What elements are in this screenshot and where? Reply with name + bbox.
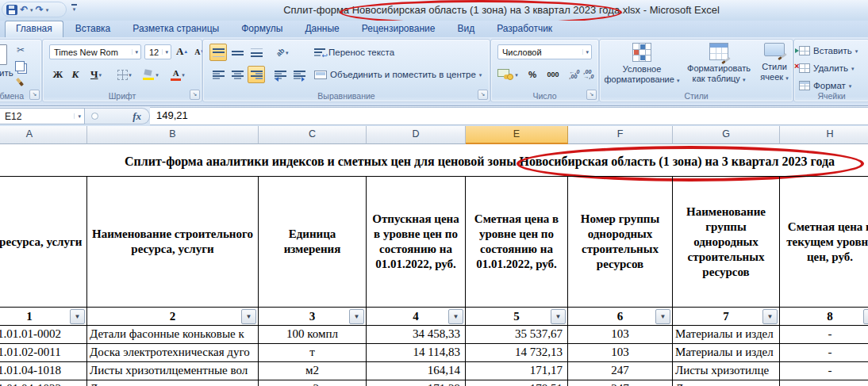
- column-header-h[interactable]: H: [780, 126, 868, 144]
- format-painter-icon[interactable]: [16, 78, 24, 86]
- filter-cell-6[interactable]: 6▼: [568, 308, 673, 326]
- cell-code[interactable]: 1.01.04-1022: [0, 380, 87, 386]
- autofilter-button[interactable]: ▼: [241, 309, 256, 324]
- cell-release-price[interactable]: 34 458,33: [367, 326, 466, 344]
- cell-group-number[interactable]: 103: [568, 344, 673, 362]
- cell-code[interactable]: 1.01.04-1018: [0, 362, 87, 380]
- comma-style-button[interactable]: 000: [542, 66, 564, 83]
- filter-cell-3[interactable]: 3▼: [259, 308, 367, 326]
- alignment-dialog-launcher[interactable]: ↘: [478, 90, 488, 100]
- increase-decimal-button[interactable]: ←,0,00: [567, 66, 582, 83]
- header-cell-unit[interactable]: Единица измерения: [259, 176, 367, 308]
- cell-name[interactable]: Доска электротехническая дуго: [87, 344, 259, 362]
- cell-current-price[interactable]: -: [780, 362, 868, 380]
- borders-button[interactable]: ▾: [113, 66, 136, 83]
- cell-unit[interactable]: м2: [259, 380, 367, 386]
- tab-vid[interactable]: Вид: [447, 21, 485, 37]
- align-left-button[interactable]: [209, 66, 227, 83]
- align-bottom-button[interactable]: [248, 44, 265, 61]
- paste-icon[interactable]: [0, 44, 7, 65]
- name-box[interactable]: E12 ▾: [0, 108, 85, 124]
- cell-current-price[interactable]: -: [780, 344, 868, 362]
- tab-razrabotchik[interactable]: Разработчик: [486, 21, 563, 37]
- tab-dannye[interactable]: Данные: [294, 21, 349, 37]
- column-header-c[interactable]: C: [259, 126, 367, 144]
- decrease-decimal-button[interactable]: ,00→,0: [582, 66, 596, 83]
- merge-center-button[interactable]: Объединить и поместить в центре▾: [313, 67, 483, 82]
- header-cell-release-price[interactable]: Отпускная цена в уровне цен по состоянию…: [367, 176, 466, 308]
- percent-style-button[interactable]: %: [524, 66, 540, 83]
- tab-glavnaya[interactable]: Главная: [5, 21, 63, 37]
- cell-release-price[interactable]: 171,29: [367, 380, 466, 386]
- name-box-dropdown-icon[interactable]: ▾: [74, 113, 84, 119]
- filter-cell-2[interactable]: 2▼: [87, 308, 259, 326]
- cell-code[interactable]: 1.01.02-0011: [0, 344, 87, 362]
- autofilter-button[interactable]: ▼: [551, 309, 566, 324]
- cell-estimate-price[interactable]: 35 537,67: [466, 326, 568, 344]
- align-center-button[interactable]: [229, 66, 246, 83]
- conditional-formatting-button[interactable]: Условное форматирование ▾: [603, 43, 681, 92]
- cell-unit[interactable]: м2: [259, 362, 367, 380]
- fill-color-button[interactable]: ▾: [138, 66, 163, 83]
- filter-cell-8[interactable]: 8▼: [780, 308, 868, 326]
- cell-estimate-price[interactable]: 171,17: [466, 362, 568, 380]
- cell-code[interactable]: 1.01.01-0002: [0, 326, 87, 344]
- font-color-button[interactable]: А▾: [165, 66, 190, 83]
- header-cell-group-number[interactable]: Номер группы однородных строительных рес…: [568, 176, 673, 308]
- increase-indent-button[interactable]: [290, 66, 308, 83]
- cell-unit[interactable]: 100 компл: [259, 326, 367, 344]
- cell-unit[interactable]: т: [259, 344, 367, 362]
- cell-styles-button[interactable]: Стили ячеек ▾: [757, 43, 792, 92]
- cut-icon[interactable]: ✂: [17, 44, 25, 55]
- filter-cell-1[interactable]: 1▼: [0, 308, 87, 326]
- format-as-table-button[interactable]: Форматировать как таблицу ▾: [682, 43, 755, 92]
- formula-input[interactable]: 149,21: [150, 107, 868, 125]
- cell-estimate-price[interactable]: 14 732,13: [466, 344, 568, 362]
- autofilter-button[interactable]: ▼: [448, 309, 463, 324]
- decrease-indent-button[interactable]: [271, 66, 289, 83]
- tab-recenzirovanie[interactable]: Рецензирование: [351, 21, 446, 37]
- copy-icon[interactable]: [15, 61, 25, 71]
- accounting-format-button[interactable]: ▾: [494, 66, 521, 83]
- column-header-d[interactable]: D: [367, 126, 466, 144]
- autofilter-button[interactable]: ▼: [655, 309, 670, 324]
- align-right-button[interactable]: [248, 66, 265, 83]
- header-cell-current-price[interactable]: Сметная цена в текущем уровне цен, руб.: [780, 176, 868, 308]
- undo-dropdown-icon[interactable]: ▾: [30, 7, 33, 13]
- bold-button[interactable]: Ж: [49, 66, 67, 83]
- header-cell-estimate-price[interactable]: Сметная цена в уровне цен по состоянию н…: [466, 176, 568, 308]
- orientation-button[interactable]: ab▾: [271, 44, 294, 61]
- insert-cells-button[interactable]: Вставить▾: [799, 44, 858, 58]
- cell-group-name[interactable]: Материалы и издел: [673, 344, 780, 362]
- cell-current-price[interactable]: -: [780, 326, 868, 344]
- clipboard-dialog-launcher[interactable]: ↘: [29, 90, 40, 100]
- cell-group-name[interactable]: Материалы и издел: [673, 326, 780, 344]
- tab-formuly[interactable]: Формулы: [231, 21, 293, 37]
- column-header-b[interactable]: B: [87, 126, 259, 144]
- save-icon[interactable]: [6, 5, 17, 15]
- font-name-combo[interactable]: Times New Rom ▾: [49, 44, 141, 59]
- cell-name[interactable]: Листы хризотилцементные вол: [87, 362, 259, 380]
- header-cell-code[interactable]: Код ресурса, услуги: [0, 176, 87, 308]
- number-dialog-launcher[interactable]: ↘: [586, 90, 597, 100]
- cell-name[interactable]: Детали фасонные коньковые к: [87, 326, 259, 344]
- cell-group-name[interactable]: Листы хризотилце: [673, 380, 780, 386]
- column-header-a[interactable]: A: [0, 126, 87, 144]
- delete-cells-button[interactable]: Удалить▾: [799, 61, 854, 75]
- insert-function-button[interactable]: fx: [133, 110, 141, 123]
- filter-cell-4[interactable]: 4▼: [367, 308, 466, 326]
- cell-group-name[interactable]: Листы хризотилце: [673, 362, 780, 380]
- cell-group-number[interactable]: 247: [568, 362, 673, 380]
- column-header-e-selected[interactable]: E: [466, 126, 568, 144]
- align-middle-button[interactable]: [229, 44, 246, 61]
- redo-button[interactable]: ↷: [36, 5, 44, 14]
- paste-button-label[interactable]: ить: [0, 68, 13, 78]
- drag-handle-icon[interactable]: [91, 113, 98, 120]
- cell-current-price[interactable]: -: [780, 380, 868, 386]
- cell-name[interactable]: Листы хризотилцементные вол: [87, 380, 259, 386]
- font-size-combo[interactable]: 12 ▾: [144, 44, 171, 59]
- header-cell-group-name[interactable]: Наименование группы однородных строитель…: [673, 176, 780, 308]
- wrap-text-button[interactable]: Перенос текста: [313, 44, 396, 60]
- tab-vstavka[interactable]: Вставка: [65, 21, 121, 37]
- cell-group-number[interactable]: 103: [568, 326, 673, 344]
